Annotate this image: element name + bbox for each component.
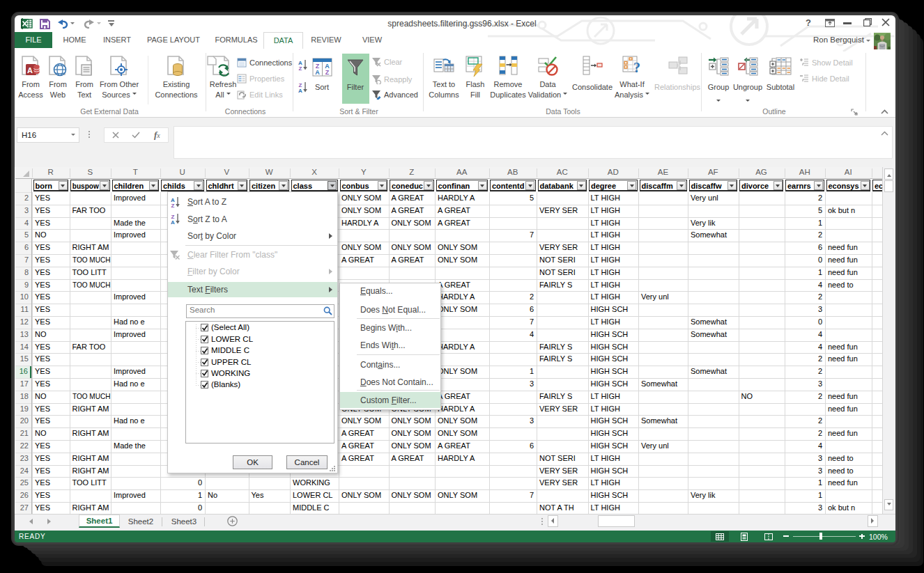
svg-text:?: ? (633, 60, 640, 75)
svg-text:Z: Z (299, 65, 302, 71)
svg-text:Z: Z (325, 69, 330, 76)
svg-text:Z: Z (171, 203, 175, 208)
svg-text:A: A (171, 219, 175, 225)
svg-text:A: A (315, 69, 320, 76)
svg-text:A: A (27, 66, 33, 74)
